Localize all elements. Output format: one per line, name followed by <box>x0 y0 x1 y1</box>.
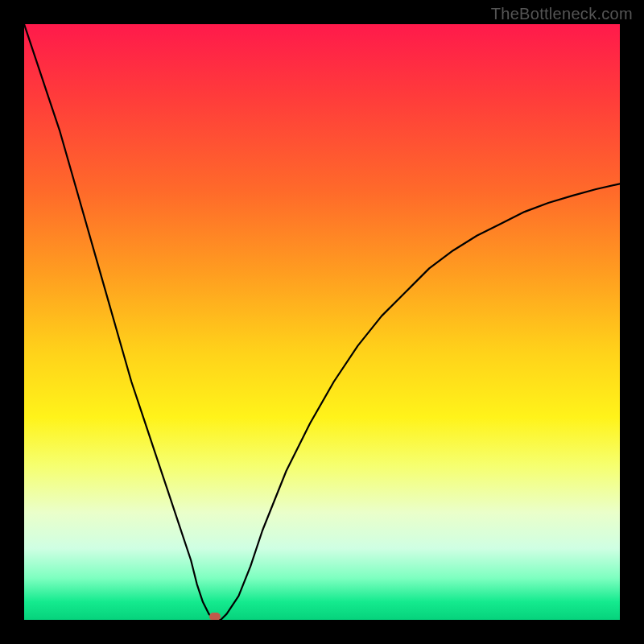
bottleneck-curve <box>24 24 620 620</box>
watermark-text: TheBottleneck.com <box>491 5 633 23</box>
minimum-marker <box>209 613 221 620</box>
plot-area <box>24 24 620 620</box>
chart-frame: TheBottleneck.com <box>0 0 644 644</box>
